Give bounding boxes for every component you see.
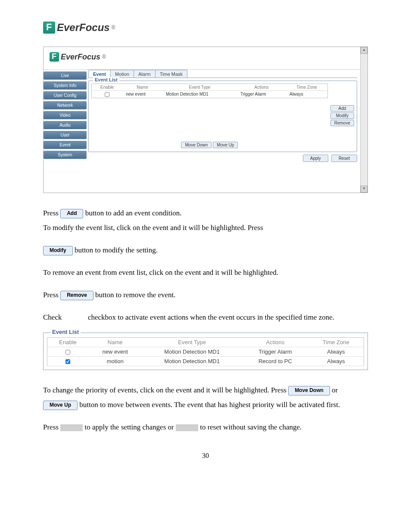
cell-event-type: Motion Detection MD1	[162, 91, 237, 98]
text: To remove an event from event list, clic…	[43, 265, 368, 280]
apply-placeholder	[60, 424, 83, 431]
sidebar: Live System Info User Config Network Vid…	[44, 70, 87, 165]
col-event-type: Event Type	[162, 84, 237, 91]
modify-button-inline: Modify	[43, 246, 73, 255]
page-number: 30	[43, 452, 368, 460]
cell-time-zone: Always	[286, 91, 327, 98]
sidebar-item-user-config[interactable]: User Config	[44, 91, 87, 100]
body-text-2: To change the priority of events, click …	[43, 383, 368, 435]
cell-name: motion	[88, 357, 142, 366]
add-button[interactable]: Add	[330, 105, 354, 112]
app-trademark-symbol: ®	[102, 54, 106, 60]
col-time-zone: Time Zone	[308, 338, 364, 347]
event-list-fieldset: Event List Enable Name Event Type Action…	[88, 81, 357, 152]
cell-actions: Record to PC	[242, 357, 308, 366]
text: Press	[43, 291, 60, 299]
move-up-button[interactable]: Move Up	[213, 142, 238, 148]
page-header-logo: EverFocus ®	[43, 22, 368, 34]
enable-checkbox[interactable]	[65, 350, 70, 355]
apply-button[interactable]: Apply	[303, 155, 328, 162]
sidebar-item-event[interactable]: Event	[44, 141, 87, 149]
list-side-buttons: Add Modify Remove	[330, 105, 354, 126]
col-event-type: Event Type	[142, 338, 242, 347]
event-table-header: Enable Name Event Type Actions Time Zone	[92, 84, 328, 91]
logo-icon	[43, 22, 55, 34]
tab-event[interactable]: Event	[88, 70, 111, 78]
body-text: Press Add button to add an event conditi…	[43, 206, 368, 325]
tab-alarm[interactable]: Alarm	[134, 70, 156, 78]
tab-time-mask[interactable]: Time Mask	[155, 70, 187, 78]
app-header: EverFocus ®	[44, 47, 367, 69]
event-table: Enable Name Event Type Actions Time Zone…	[91, 84, 328, 98]
text: button to remove the event.	[95, 291, 175, 299]
cell-event-type: Motion Detection MD1	[142, 357, 242, 366]
move-up-button-inline: Move Up	[43, 401, 78, 410]
text: button to move between events. The event…	[79, 401, 340, 409]
event-row[interactable]: new event Motion Detection MD1 Trigger A…	[92, 91, 328, 98]
cell-event-type: Motion Detection MD1	[142, 347, 242, 357]
sidebar-item-live[interactable]: Live	[44, 72, 87, 80]
text: button to add an event condition.	[85, 209, 182, 217]
cell-name: new event	[122, 91, 162, 98]
app-logo-icon	[50, 52, 59, 62]
brand-name: EverFocus	[57, 22, 110, 34]
reset-button[interactable]: Reset	[331, 155, 357, 162]
event-list-legend: Event List	[93, 77, 119, 82]
enable-checkbox[interactable]	[105, 92, 109, 97]
cell-name: new event	[88, 347, 142, 357]
scrollbar[interactable]: ▲ ▼	[360, 47, 367, 193]
text: button to modify the setting.	[75, 246, 158, 254]
text: to reset without saving the change.	[200, 423, 302, 431]
col-enable: Enable	[92, 84, 123, 91]
sidebar-item-user[interactable]: User	[44, 131, 87, 139]
text: Press	[43, 423, 60, 431]
main-content: Event Motion Alarm Time Mask Event List …	[87, 70, 359, 165]
bottom-buttons: Apply Reset	[88, 155, 357, 162]
event-list-example: Event List Enable Name Event Type Action…	[43, 333, 368, 370]
remove-button-inline: Remove	[60, 291, 93, 300]
tab-row: Event Motion Alarm Time Mask	[88, 70, 357, 78]
move-button-row: Move Down Move Up	[91, 142, 328, 148]
col-name: Name	[88, 338, 142, 347]
scroll-down-icon[interactable]: ▼	[361, 186, 367, 193]
sidebar-item-system[interactable]: System	[44, 151, 87, 159]
sidebar-item-network[interactable]: Network	[44, 101, 87, 109]
cell-time-zone: Always	[308, 357, 364, 366]
text: checkbox to activate event actions when …	[88, 313, 334, 321]
col-actions: Actions	[237, 84, 286, 91]
col-name: Name	[122, 84, 162, 91]
reset-placeholder	[176, 424, 198, 431]
sidebar-item-audio[interactable]: Audio	[44, 121, 87, 129]
col-time-zone: Time Zone	[286, 84, 327, 91]
text: Check	[43, 313, 64, 321]
event-table-2: Enable Name Event Type Actions Time Zone…	[47, 337, 364, 366]
sidebar-item-video[interactable]: Video	[44, 111, 87, 119]
cell-actions: Trigger Alarm	[242, 347, 308, 357]
enable-checkbox[interactable]	[65, 359, 70, 364]
event-row[interactable]: new event Motion Detection MD1 Trigger A…	[47, 347, 364, 357]
text: Press	[43, 209, 60, 217]
app-brand-name: EverFocus	[61, 53, 100, 62]
move-down-button[interactable]: Move Down	[181, 142, 212, 148]
col-enable: Enable	[47, 338, 89, 347]
cell-time-zone: Always	[308, 347, 364, 357]
trademark-symbol: ®	[112, 25, 115, 31]
app-screenshot: ▲ ▼ EverFocus ® Live System Info User Co…	[43, 47, 368, 193]
text: to apply the setting changes or	[84, 423, 176, 431]
modify-button[interactable]: Modify	[330, 112, 354, 119]
event-list-legend-2: Event List	[50, 329, 81, 335]
tab-motion[interactable]: Motion	[110, 70, 134, 78]
event-row[interactable]: motion Motion Detection MD1 Record to PC…	[47, 357, 364, 366]
move-down-button-inline: Move Down	[288, 386, 330, 395]
event-table-2-header: Enable Name Event Type Actions Time Zone	[47, 338, 364, 347]
remove-button[interactable]: Remove	[330, 120, 354, 126]
sidebar-item-system-info[interactable]: System Info	[44, 81, 87, 90]
text: or	[332, 386, 338, 394]
text: To modify the event list, click on the e…	[43, 224, 263, 232]
scroll-up-icon[interactable]: ▲	[361, 47, 367, 54]
cell-actions: Trigger Alarm	[237, 91, 286, 98]
checkbox-placeholder	[64, 314, 86, 321]
text: To change the priority of events, click …	[43, 386, 288, 394]
col-actions: Actions	[242, 338, 308, 347]
add-button-inline: Add	[60, 209, 83, 218]
